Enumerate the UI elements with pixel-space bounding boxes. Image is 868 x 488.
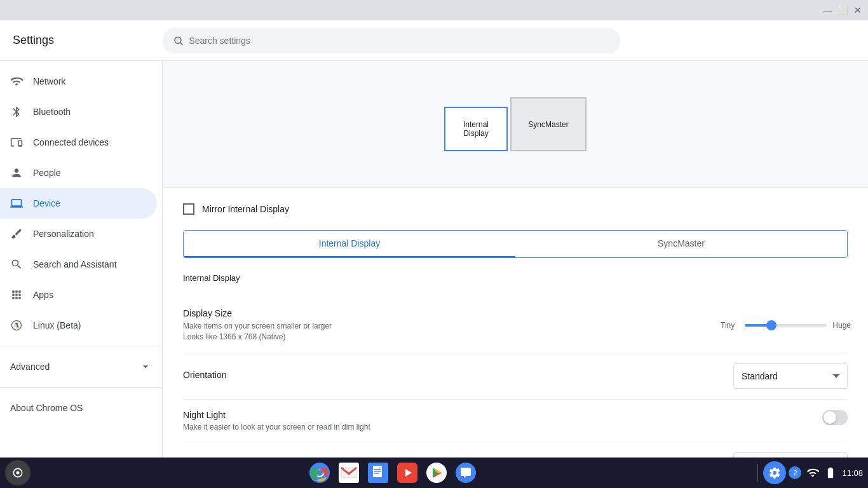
night-light-toggle[interactable]: [822, 410, 848, 425]
play-store-icon: [426, 463, 447, 483]
gmail-icon: [339, 463, 359, 483]
main-content: Network Bluetooth Connected devices Peop…: [0, 61, 868, 458]
sidebar-divider-2: [0, 387, 162, 388]
apps-icon: [10, 288, 23, 301]
tab-internal-display[interactable]: Internal Display: [184, 231, 515, 257]
display-size-row: Display Size Make items on your screen s…: [183, 298, 848, 353]
messages-icon: [456, 463, 476, 483]
app-title: Settings: [13, 34, 153, 47]
display-size-slider[interactable]: [745, 324, 827, 327]
taskbar-app-play[interactable]: [423, 459, 451, 487]
external-display-preview-label: SyncMaster: [528, 120, 568, 129]
taskbar-app-youtube[interactable]: [393, 459, 421, 487]
search-bar[interactable]: [163, 28, 620, 53]
mirror-checkbox[interactable]: [183, 203, 194, 215]
tab-syncmaster[interactable]: SyncMaster: [515, 231, 847, 257]
brush-icon: [10, 227, 23, 240]
titlebar: — ⬜ ✕: [0, 0, 868, 20]
battery-icon: [824, 466, 837, 479]
monitor-internal[interactable]: InternalDisplay: [444, 107, 508, 151]
orientation-select[interactable]: Standard 90° 180° 270°: [733, 363, 848, 389]
night-light-info: Night Light Make it easier to look at yo…: [183, 410, 370, 431]
display-size-description: Make items on your screen smaller or lar…: [183, 321, 710, 332]
sidebar-item-people[interactable]: People: [0, 158, 157, 188]
night-light-row: Night Light Make it easier to look at yo…: [183, 400, 848, 442]
monitor-external[interactable]: SyncMaster: [510, 97, 587, 151]
search-nav-icon: [10, 258, 23, 271]
sidebar-item-connected-devices[interactable]: Connected devices: [0, 127, 157, 158]
orientation-title: Orientation: [183, 370, 723, 380]
search-icon: [173, 35, 184, 46]
taskbar-app-chrome[interactable]: [306, 459, 334, 487]
taskbar-right: 2 11:08: [789, 466, 863, 479]
sidebar-item-search[interactable]: Search and Assistant: [0, 249, 157, 280]
settings-tray-icon: [768, 466, 781, 479]
sidebar-divider: [0, 346, 162, 346]
taskbar-app-docs[interactable]: [364, 459, 392, 487]
svg-rect-14: [374, 471, 381, 472]
display-preview: InternalDisplay SyncMaster: [163, 61, 868, 188]
sidebar-item-network[interactable]: Network: [0, 66, 157, 97]
sidebar-label-device: Device: [33, 198, 60, 208]
chevron-down-icon: [139, 360, 152, 373]
taskbar-apps: [33, 459, 752, 487]
linux-icon: 🐧: [10, 319, 23, 332]
svg-rect-13: [374, 469, 381, 470]
orientation-control: Standard 90° 180° 270°: [733, 363, 848, 389]
sidebar-item-device[interactable]: Device: [0, 188, 157, 219]
display-size-note: Looks like 868 x 488 (Native): [183, 332, 710, 342]
taskbar-app-messages[interactable]: [452, 459, 480, 487]
taskbar-settings-tray[interactable]: [763, 461, 786, 484]
mirror-row: Mirror Internal Display: [183, 203, 848, 215]
sidebar-label-search: Search and Assistant: [33, 259, 117, 269]
night-light-description: Make it easier to look at your screen or…: [183, 423, 370, 431]
maximize-button[interactable]: ⬜: [837, 5, 848, 15]
display-tabs: Internal Display SyncMaster: [183, 230, 848, 258]
sidebar-label-connected: Connected devices: [33, 137, 109, 147]
schedule-select[interactable]: Never Sunset to Sunrise Custom: [733, 452, 848, 458]
slider-container: Tiny Huge: [721, 321, 848, 330]
sidebar-label-network: Network: [33, 76, 65, 86]
laptop-icon: [10, 197, 23, 210]
about-label: About Chrome OS: [10, 403, 83, 413]
advanced-label: Advanced: [10, 362, 50, 372]
internal-display-preview-label: InternalDisplay: [463, 120, 489, 138]
taskbar-app-gmail[interactable]: [335, 459, 363, 487]
search-input[interactable]: [189, 36, 610, 46]
section-header: Internal Display: [183, 273, 848, 288]
taskbar-separator: [757, 464, 758, 482]
header: Settings: [0, 20, 868, 61]
sidebar-item-personalization[interactable]: Personalization: [0, 219, 157, 249]
minimize-button[interactable]: —: [822, 5, 832, 15]
launcher-icon: [11, 466, 24, 479]
sidebar-label-people: People: [33, 168, 61, 178]
svg-text:🐧: 🐧: [13, 322, 20, 329]
display-size-info: Display Size Make items on your screen s…: [183, 308, 710, 342]
chrome-icon: [309, 463, 330, 483]
sidebar-item-linux[interactable]: 🐧 Linux (Beta): [0, 310, 157, 341]
launcher-button[interactable]: [5, 460, 31, 485]
display-size-control: Tiny Huge: [721, 321, 848, 330]
sidebar-item-advanced[interactable]: Advanced: [0, 351, 162, 382]
person-icon: [10, 166, 23, 179]
sidebar-label-personalization: Personalization: [33, 229, 94, 239]
wifi-icon: [10, 75, 23, 88]
docs-icon: [368, 463, 388, 483]
svg-line-1: [180, 43, 182, 44]
schedule-control: Never Sunset to Sunrise Custom: [733, 452, 848, 458]
bluetooth-icon: [10, 105, 23, 118]
devices-icon: [10, 136, 23, 149]
night-light-title: Night Light: [183, 410, 370, 420]
sidebar-item-about[interactable]: About Chrome OS: [0, 393, 157, 423]
monitor-container: InternalDisplay SyncMaster: [444, 97, 587, 151]
close-button[interactable]: ✕: [853, 5, 863, 15]
sidebar-label-bluetooth: Bluetooth: [33, 107, 71, 117]
orientation-info: Orientation: [183, 370, 723, 383]
sidebar-item-apps[interactable]: Apps: [0, 280, 157, 310]
youtube-icon: [397, 463, 417, 483]
wifi-status-icon: [806, 466, 819, 479]
sidebar-item-bluetooth[interactable]: Bluetooth: [0, 97, 157, 127]
taskbar-time: 11:08: [842, 468, 863, 478]
settings-app: Settings Network Bluetooth: [0, 20, 868, 458]
notification-badge[interactable]: 2: [789, 466, 801, 479]
